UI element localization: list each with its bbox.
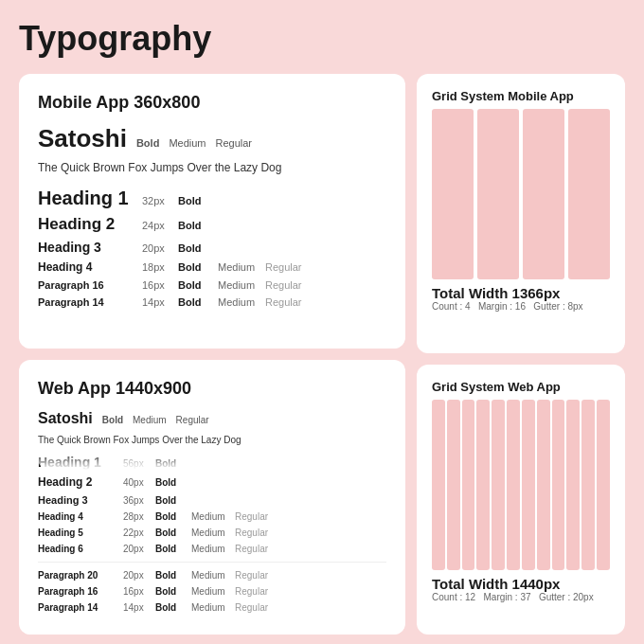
- type-bold-p14-web: Bold: [155, 602, 191, 613]
- type-row-p16-web: Paragraph 16 16px Bold Medium Regular: [38, 586, 386, 597]
- grid-web-total: Total Width 1440px: [432, 576, 610, 592]
- type-size-h2-mobile: 24px: [142, 220, 178, 231]
- type-name-p14-mobile: Paragraph 14: [38, 296, 142, 308]
- type-row-h2-mobile: Heading 2 24px Bold: [38, 215, 386, 234]
- grid-web-col-6: [507, 400, 520, 570]
- type-medium-p14-mobile: Medium: [218, 296, 265, 308]
- type-size-h6-web: 20px: [123, 544, 155, 554]
- web-card: Web App 1440x900 Satoshi Bold Medium Reg…: [19, 360, 405, 635]
- grid-web-col-12: [597, 400, 610, 570]
- grid-col-3: [523, 109, 564, 279]
- web-card-title: Web App 1440x900: [38, 379, 386, 399]
- type-row-h2-web: Heading 2 40px Bold: [38, 475, 386, 489]
- type-name-h1-mobile: Heading 1: [38, 188, 142, 209]
- type-row-h6-web: Heading 6 20px Bold Medium Regular: [38, 544, 386, 554]
- grid-web-label: Grid System Web App: [432, 380, 610, 394]
- right-panel: Grid System Mobile App Total Width 1366p…: [417, 74, 625, 635]
- type-size-p14-mobile: 14px: [142, 296, 178, 308]
- type-regular-h6-web: Regular: [235, 544, 268, 554]
- type-bold-p16-web: Bold: [155, 586, 191, 597]
- sample-text-web: The Quick Brown Fox Jumps Over the Lazy …: [38, 435, 386, 445]
- type-row-h1-web: Heading 1 56px Bold: [38, 455, 386, 470]
- type-row-p20-web: Paragraph 20 20px Bold Medium Regular: [38, 570, 386, 581]
- type-medium-p14-web: Medium: [191, 602, 235, 613]
- type-medium-p16-mobile: Medium: [218, 279, 265, 291]
- grid-web-col-10: [566, 400, 580, 570]
- type-name-h6-web: Heading 6: [38, 544, 123, 554]
- left-column: Mobile App 360x800 Satoshi Bold Medium R…: [19, 74, 405, 635]
- type-size-h2-web: 40px: [123, 477, 155, 488]
- grid-web-info: Count : 12 Margin : 37 Gutter : 20px: [432, 592, 610, 602]
- type-medium-h4-web: Medium: [191, 511, 235, 522]
- grid-web-col-9: [552, 400, 565, 570]
- type-name-p16-mobile: Paragraph 16: [38, 279, 142, 291]
- type-name-h4-mobile: Heading 4: [38, 260, 142, 274]
- grid-mobile-visual: [432, 109, 610, 279]
- type-size-h4-web: 28px: [123, 511, 155, 522]
- type-bold-h3-web: Bold: [155, 495, 191, 506]
- type-medium-h4-mobile: Medium: [218, 261, 265, 273]
- type-regular-h4-mobile: Regular: [265, 261, 302, 273]
- type-bold-p20-web: Bold: [155, 570, 191, 581]
- type-row-h3-web: Heading 3 36px Bold: [38, 494, 386, 506]
- font-weight-regular-web: Regular: [176, 415, 209, 425]
- type-size-h3-web: 36px: [123, 495, 155, 506]
- type-bold-h5-web: Bold: [155, 528, 191, 538]
- type-bold-h1-mobile: Bold: [178, 195, 218, 206]
- grid-col-2: [477, 109, 519, 279]
- type-size-p20-web: 20px: [123, 570, 155, 581]
- grid-mobile-card: Grid System Mobile App Total Width 1366p…: [417, 74, 625, 353]
- grid-web-col-11: [581, 400, 595, 570]
- type-regular-p14-mobile: Regular: [265, 296, 302, 308]
- type-row-p14-web: Paragraph 14 14px Bold Medium Regular: [38, 602, 386, 613]
- type-name-p16-web: Paragraph 16: [38, 586, 123, 597]
- type-size-h1-mobile: 32px: [142, 195, 178, 206]
- type-row-h4-mobile: Heading 4 18px Bold Medium Regular: [38, 260, 386, 274]
- mobile-card: Mobile App 360x800 Satoshi Bold Medium R…: [19, 74, 405, 349]
- grid-mobile-info: Count : 4 Margin : 16 Gutter : 8px: [432, 301, 610, 312]
- grid-web-col-8: [537, 400, 550, 570]
- type-bold-h3-mobile: Bold: [178, 242, 218, 254]
- type-name-h1-web: Heading 1: [38, 455, 123, 470]
- type-name-h2-web: Heading 2: [38, 475, 123, 489]
- type-bold-h1-web: Bold: [155, 458, 191, 469]
- type-row-h5-web: Heading 5 22px Bold Medium Regular: [38, 528, 386, 538]
- type-regular-p14-web: Regular: [235, 602, 268, 613]
- grid-col-1: [432, 109, 474, 279]
- type-row-h1-mobile: Heading 1 32px Bold: [38, 188, 386, 209]
- type-bold-p16-mobile: Bold: [178, 279, 218, 291]
- type-name-p20-web: Paragraph 20: [38, 570, 123, 581]
- font-weight-bold-mobile: Bold: [136, 137, 159, 149]
- grid-col-4: [568, 109, 610, 279]
- type-size-h3-mobile: 20px: [142, 242, 178, 254]
- font-weight-bold-web: Bold: [102, 415, 123, 425]
- type-medium-h6-web: Medium: [191, 544, 235, 554]
- type-bold-h2-mobile: Bold: [178, 220, 218, 231]
- type-bold-h4-web: Bold: [155, 511, 191, 522]
- type-size-h1-web: 56px: [123, 458, 155, 469]
- type-medium-p16-web: Medium: [191, 586, 235, 597]
- type-name-h2-mobile: Heading 2: [38, 215, 142, 234]
- grid-web-card: Grid System Web App Total Width 1440px C…: [417, 365, 625, 635]
- grid-web-col-7: [522, 400, 535, 570]
- type-regular-h5-web: Regular: [235, 528, 268, 538]
- type-size-p16-web: 16px: [123, 586, 155, 597]
- type-row-p16-mobile: Paragraph 16 16px Bold Medium Regular: [38, 279, 386, 291]
- type-row-p14-mobile: Paragraph 14 14px Bold Medium Regular: [38, 296, 386, 308]
- type-bold-h2-web: Bold: [155, 477, 191, 488]
- type-bold-h4-mobile: Bold: [178, 261, 218, 273]
- type-row-h3-mobile: Heading 3 20px Bold: [38, 240, 386, 255]
- type-name-p14-web: Paragraph 14: [38, 602, 123, 613]
- grid-mobile-label: Grid System Mobile App: [432, 89, 610, 103]
- type-medium-p20-web: Medium: [191, 570, 235, 581]
- type-bold-h6-web: Bold: [155, 544, 191, 554]
- grid-web-col-5: [492, 400, 505, 570]
- type-size-h5-web: 22px: [123, 528, 155, 538]
- type-name-h4-web: Heading 4: [38, 511, 123, 522]
- mobile-card-title: Mobile App 360x800: [38, 93, 386, 113]
- type-name-h3-mobile: Heading 3: [38, 240, 142, 255]
- type-bold-p14-mobile: Bold: [178, 296, 218, 308]
- grid-web-col-3: [462, 400, 475, 570]
- grid-web-col-1: [432, 400, 445, 570]
- type-regular-p20-web: Regular: [235, 570, 268, 581]
